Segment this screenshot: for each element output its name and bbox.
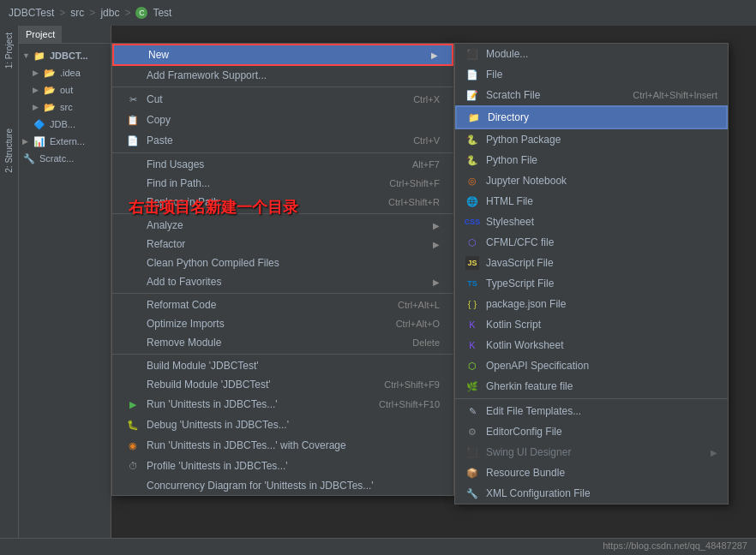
menu-label-build-module: Build Module 'JDBCTest' bbox=[147, 360, 259, 372]
menu-label-run-coverage: Run 'Unittests in JDBCTes...' with Cover… bbox=[147, 439, 346, 451]
submenu-new: ⬛ Module... 📄 File 📝 Scratch File Ctrl+A… bbox=[454, 43, 729, 504]
menu-item-remove-module[interactable]: Remove Module Delete bbox=[112, 333, 453, 352]
submenu-label-gherkin: Gherkin feature file bbox=[486, 380, 573, 392]
optimize-shortcut: Ctrl+Alt+O bbox=[396, 319, 440, 329]
tree-label-idea: .idea bbox=[60, 68, 81, 78]
menu-item-copy[interactable]: 📋 Copy bbox=[112, 110, 453, 130]
js-icon: JS bbox=[465, 256, 479, 270]
tree-item-scratch[interactable]: 🔧 Scratc... bbox=[19, 150, 111, 167]
submenu-label-kotlin-script: Kotlin Script bbox=[486, 319, 541, 331]
menu-item-new[interactable]: New ▶ bbox=[112, 44, 453, 66]
divider-4 bbox=[112, 293, 453, 294]
menu-item-run-unit[interactable]: ▶ Run 'Unittests in JDBCTes...' Ctrl+Shi… bbox=[112, 394, 453, 415]
submenu-item-python-file[interactable]: 🐍 Python File bbox=[455, 150, 728, 170]
tree-item-jdb[interactable]: 🔷 JDB... bbox=[19, 116, 111, 133]
tree-root[interactable]: ▼ 📁 JDBCT... bbox=[19, 47, 111, 64]
breadcrumb-file[interactable]: Test bbox=[153, 7, 171, 19]
menu-label-paste: Paste bbox=[147, 134, 173, 146]
submenu-item-kotlin-worksheet[interactable]: K Kotlin Worksheet bbox=[455, 335, 728, 355]
menu-item-refactor[interactable]: Refactor ▶ bbox=[112, 235, 453, 254]
submenu-item-jupyter[interactable]: ◎ Jupyter Notebook bbox=[455, 170, 728, 191]
submenu-item-scratch[interactable]: 📝 Scratch File Ctrl+Alt+Shift+Insert bbox=[455, 85, 728, 105]
tree-label-root: JDBCT... bbox=[50, 51, 88, 61]
submenu-item-swing[interactable]: ⬛ Swing UI Designer ▶ bbox=[455, 442, 728, 462]
menu-item-paste[interactable]: 📄 Paste Ctrl+V bbox=[112, 130, 453, 151]
edit-templates-icon: ✎ bbox=[465, 404, 479, 418]
breadcrumb-sep3: > bbox=[124, 7, 130, 19]
submenu-label-directory: Directory bbox=[488, 111, 529, 123]
submenu-item-stylesheet[interactable]: CSS Stylesheet bbox=[455, 212, 728, 232]
submenu-item-resource[interactable]: 📦 Resource Bundle bbox=[455, 462, 728, 483]
tree-arrow-out: ▶ bbox=[33, 86, 43, 94]
directory-icon: 📁 bbox=[467, 110, 481, 124]
submenu-item-html[interactable]: 🌐 HTML File bbox=[455, 191, 728, 212]
menu-label-concurrency: Concurrency Diagram for 'Unittests in JD… bbox=[147, 480, 374, 492]
submenu-item-kotlin-script[interactable]: K Kotlin Script bbox=[455, 314, 728, 335]
menu-item-cut[interactable]: ✂ Cut Ctrl+X bbox=[112, 89, 453, 110]
menu-item-rebuild-module[interactable]: Rebuild Module 'JDBCTest' Ctrl+Shift+F9 bbox=[112, 375, 453, 394]
panel-tab-project[interactable]: Project bbox=[19, 26, 62, 43]
menu-item-replace-in-path[interactable]: Replace in Path... Ctrl+Shift+R bbox=[112, 193, 453, 212]
css-icon: CSS bbox=[465, 215, 479, 229]
submenu-divider-1 bbox=[455, 398, 728, 399]
submenu-item-js[interactable]: JS JavaScript File bbox=[455, 253, 728, 273]
side-tab-project[interactable]: 1: Project bbox=[4, 33, 14, 69]
submenu-item-openapi[interactable]: ⬡ OpenAPI Specification bbox=[455, 355, 728, 376]
breadcrumb-project[interactable]: JDBCTest bbox=[9, 7, 54, 19]
breadcrumb-jdbc[interactable]: jdbc bbox=[100, 7, 119, 19]
resource-icon: 📦 bbox=[465, 466, 479, 480]
menu-item-clean[interactable]: Clean Python Compiled Files bbox=[112, 254, 453, 272]
openapi-icon: ⬡ bbox=[465, 359, 479, 373]
tree-icon-out: 📂 bbox=[43, 83, 57, 97]
submenu-item-gherkin[interactable]: 🌿 Gherkin feature file bbox=[455, 376, 728, 397]
profile-icon: ⏱ bbox=[126, 459, 140, 473]
divider-5 bbox=[112, 354, 453, 355]
tree-icon-jdb: 🔷 bbox=[33, 117, 46, 131]
submenu-item-ts[interactable]: TS TypeScript File bbox=[455, 273, 728, 294]
submenu-label-html: HTML File bbox=[486, 195, 533, 207]
submenu-label-resource: Resource Bundle bbox=[486, 467, 565, 479]
tree-item-external[interactable]: ▶ 📊 Extern... bbox=[19, 133, 111, 150]
menu-item-find-in-path[interactable]: Find in Path... Ctrl+Shift+F bbox=[112, 174, 453, 193]
submenu-item-module[interactable]: ⬛ Module... bbox=[455, 44, 728, 64]
side-tab-structure[interactable]: 2: Structure bbox=[4, 128, 14, 173]
tree-item-src[interactable]: ▶ 📂 src bbox=[19, 98, 111, 116]
menu-item-concurrency[interactable]: Concurrency Diagram for 'Unittests in JD… bbox=[112, 476, 453, 495]
submenu-item-packagejson[interactable]: { } package.json File bbox=[455, 294, 728, 314]
tree-item-out[interactable]: ▶ 📂 out bbox=[19, 81, 111, 98]
menu-item-analyze[interactable]: Analyze ▶ bbox=[112, 216, 453, 235]
menu-item-build-module[interactable]: Build Module 'JDBCTest' bbox=[112, 356, 453, 375]
menu-item-add-framework[interactable]: Add Framework Support... bbox=[112, 66, 453, 85]
divider-2 bbox=[112, 152, 453, 153]
menu-item-debug-unit[interactable]: 🐛 Debug 'Unittests in JDBCTes...' bbox=[112, 415, 453, 435]
menu-item-optimize[interactable]: Optimize Imports Ctrl+Alt+O bbox=[112, 314, 453, 333]
menu-item-reformat[interactable]: Reformat Code Ctrl+Alt+L bbox=[112, 295, 453, 314]
submenu-item-python-package[interactable]: 🐍 Python Package bbox=[455, 129, 728, 150]
module-icon: ⬛ bbox=[465, 47, 479, 61]
tree-arrow-src: ▶ bbox=[33, 103, 43, 111]
kotlin-worksheet-icon: K bbox=[465, 338, 479, 352]
submenu-item-directory[interactable]: 📁 Directory bbox=[455, 105, 728, 129]
swing-icon: ⬛ bbox=[465, 445, 479, 459]
cut-icon: ✂ bbox=[126, 92, 140, 106]
menu-item-profile[interactable]: ⏱ Profile 'Unittests in JDBCTes...' bbox=[112, 456, 453, 476]
breadcrumb-src[interactable]: src bbox=[70, 7, 84, 19]
submenu-item-file[interactable]: 📄 File bbox=[455, 64, 728, 85]
submenu-item-cfml[interactable]: ⬡ CFML/CFC file bbox=[455, 232, 728, 253]
menu-label-debug-unit: Debug 'Unittests in JDBCTes...' bbox=[147, 419, 289, 431]
divider-1 bbox=[112, 87, 453, 87]
tree-item-idea[interactable]: ▶ 📂 .idea bbox=[19, 64, 111, 81]
submenu-label-packagejson: package.json File bbox=[486, 298, 566, 310]
submenu-item-edit-templates[interactable]: ✎ Edit File Templates... bbox=[455, 401, 728, 421]
submenu-item-xml[interactable]: 🔧 XML Configuration File bbox=[455, 483, 728, 504]
menu-item-find-usages[interactable]: Find Usages Alt+F7 bbox=[112, 155, 453, 174]
menu-item-add-favorites[interactable]: Add to Favorites ▶ bbox=[112, 272, 453, 291]
remove-module-shortcut: Delete bbox=[412, 337, 440, 348]
submenu-item-editorconfig[interactable]: ⚙ EditorConfig File bbox=[455, 421, 728, 442]
left-panel: Project ▼ 📁 JDBCT... ▶ 📂 .idea ▶ 📂 out ▶… bbox=[19, 26, 111, 555]
scratch-shortcut: Ctrl+Alt+Shift+Insert bbox=[633, 90, 717, 100]
submenu-label-editorconfig: EditorConfig File bbox=[486, 426, 562, 438]
menu-item-run-coverage[interactable]: ◉ Run 'Unittests in JDBCTes...' with Cov… bbox=[112, 435, 453, 456]
submenu-label-ts: TypeScript File bbox=[486, 278, 554, 289]
menu-label-optimize: Optimize Imports bbox=[147, 318, 225, 330]
